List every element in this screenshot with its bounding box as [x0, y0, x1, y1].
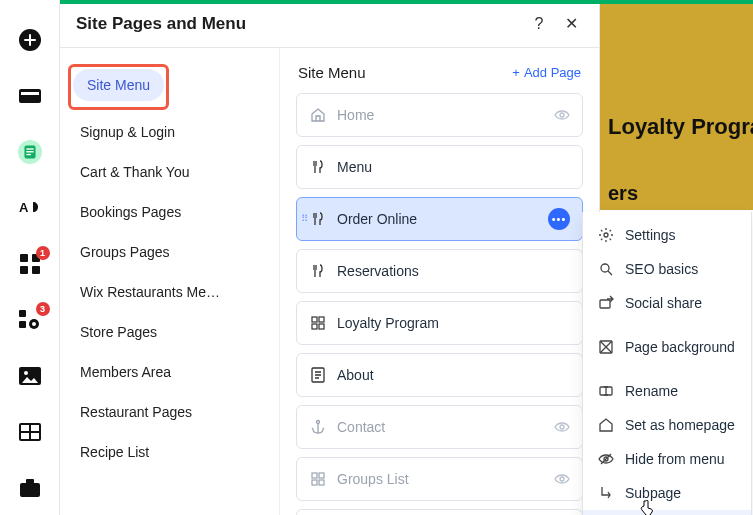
svg-rect-1	[19, 89, 41, 103]
ctx-social-share[interactable]: Social share	[583, 286, 751, 320]
apps-badge: 1	[36, 246, 50, 260]
panel-title: Site Pages and Menu	[76, 14, 246, 34]
svg-rect-28	[319, 317, 324, 322]
svg-rect-37	[319, 480, 324, 485]
hidden-icon	[554, 471, 570, 487]
svg-point-32	[317, 421, 320, 424]
page-list-title: Site Menu	[298, 64, 366, 81]
ctx-subpage[interactable]: Subpage	[583, 476, 751, 510]
more-actions-button[interactable]: •••	[548, 208, 570, 230]
ctx-hide-from-menu[interactable]: Hide from menu	[583, 442, 751, 476]
page-row-menu[interactable]: Menu	[296, 145, 583, 189]
hidden-icon	[554, 107, 570, 123]
svg-rect-36	[312, 480, 317, 485]
svg-rect-12	[32, 266, 40, 274]
ctx-settings[interactable]: Settings	[583, 218, 751, 252]
utensils-icon	[309, 262, 327, 280]
pages-icon[interactable]	[18, 84, 42, 108]
svg-rect-11	[20, 266, 28, 274]
ctx-seo[interactable]: SEO basics	[583, 252, 751, 286]
ctx-set-homepage[interactable]: Set as homepage	[583, 408, 751, 442]
svg-point-18	[24, 371, 28, 375]
page-list: Site Menu +Add Page Home Menu ⠿ Order On…	[280, 48, 599, 515]
svg-point-26	[560, 113, 564, 117]
grid-icon	[309, 470, 327, 488]
svg-rect-7	[26, 154, 31, 155]
preview-text-ers: ers	[608, 182, 638, 205]
cursor-icon	[638, 500, 654, 515]
category-members[interactable]: Members Area	[68, 354, 271, 390]
rename-icon	[597, 382, 615, 400]
ctx-page-background[interactable]: Page background	[583, 330, 751, 364]
svg-rect-5	[26, 148, 33, 149]
svg-rect-25	[26, 479, 34, 484]
svg-rect-6	[26, 151, 33, 152]
category-groups[interactable]: Groups Pages	[68, 234, 271, 270]
svg-point-39	[604, 233, 608, 237]
page-context-menu: Settings SEO basics Social share Page ba…	[582, 212, 752, 515]
apps-icon[interactable]: 1	[18, 252, 42, 276]
current-page-icon[interactable]	[18, 140, 42, 164]
business-icon[interactable]	[18, 476, 42, 500]
anchor-icon	[309, 418, 327, 436]
media-icon[interactable]	[18, 364, 42, 388]
help-button[interactable]: ?	[527, 12, 551, 36]
svg-point-16	[32, 322, 36, 326]
svg-rect-30	[319, 324, 324, 329]
page-row-groups-list[interactable]: Groups List	[296, 457, 583, 501]
table-icon[interactable]	[18, 420, 42, 444]
page-row-contact[interactable]: Contact	[296, 405, 583, 449]
seo-icon	[597, 260, 615, 278]
panel-header: Site Pages and Menu ? ✕	[60, 0, 599, 48]
svg-rect-13	[19, 310, 26, 317]
page-row-home[interactable]: Home	[296, 93, 583, 137]
page-row-reservations[interactable]: Reservations	[296, 249, 583, 293]
add-icon[interactable]	[18, 28, 42, 52]
hide-icon	[597, 450, 615, 468]
page-row-loyalty[interactable]: Loyalty Program	[296, 301, 583, 345]
pages-panel: Site Pages and Menu ? ✕ Site Menu Signup…	[60, 0, 600, 515]
svg-rect-14	[19, 321, 26, 328]
svg-point-33	[560, 425, 564, 429]
add-page-button[interactable]: +Add Page	[512, 65, 581, 80]
svg-text:A: A	[19, 200, 29, 215]
category-restaurant-pages[interactable]: Restaurant Pages	[68, 394, 271, 430]
page-row-partial[interactable]	[296, 509, 583, 515]
svg-rect-23	[31, 433, 39, 439]
preview-text-loyalty: Loyalty Program	[608, 114, 753, 140]
gear-icon	[597, 226, 615, 244]
svg-rect-27	[312, 317, 317, 322]
home-icon	[597, 416, 615, 434]
manage-icon[interactable]: 3	[18, 308, 42, 332]
svg-rect-34	[312, 473, 317, 478]
utensils-icon	[309, 210, 327, 228]
drag-handle-icon[interactable]: ⠿	[301, 217, 307, 221]
page-row-order-online[interactable]: ⠿ Order Online •••	[296, 197, 583, 241]
ctx-delete[interactable]: Delete	[583, 510, 751, 515]
page-row-about[interactable]: About	[296, 353, 583, 397]
category-cart-thankyou[interactable]: Cart & Thank You	[68, 154, 271, 190]
svg-rect-21	[31, 425, 39, 431]
site-preview-strip: Loyalty Program ers	[600, 4, 753, 210]
close-button[interactable]: ✕	[559, 12, 583, 36]
share-icon	[597, 294, 615, 312]
design-icon[interactable]: A	[18, 196, 42, 220]
category-restaurants[interactable]: Wix Restaurants Me…	[68, 274, 271, 310]
category-site-menu[interactable]: Site Menu	[68, 64, 169, 110]
grid-icon	[309, 314, 327, 332]
subpage-icon	[597, 484, 615, 502]
home-icon	[309, 106, 327, 124]
category-signup-login[interactable]: Signup & Login	[68, 114, 271, 150]
svg-rect-35	[319, 473, 324, 478]
category-store[interactable]: Store Pages	[68, 314, 271, 350]
background-icon	[597, 338, 615, 356]
svg-rect-24	[20, 483, 40, 497]
category-list: Site Menu Signup & Login Cart & Thank Yo…	[60, 48, 280, 515]
ctx-rename[interactable]: Rename	[583, 374, 751, 408]
svg-rect-9	[20, 254, 28, 262]
svg-point-38	[560, 477, 564, 481]
svg-rect-20	[21, 425, 29, 431]
category-recipe[interactable]: Recipe List	[68, 434, 271, 470]
svg-rect-22	[21, 433, 29, 439]
category-bookings[interactable]: Bookings Pages	[68, 194, 271, 230]
